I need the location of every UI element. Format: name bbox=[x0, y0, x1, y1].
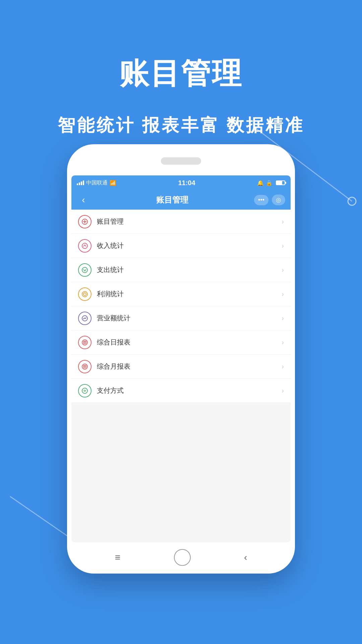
more-button[interactable]: ••• bbox=[254, 195, 268, 205]
signal-bar-2 bbox=[79, 182, 80, 185]
menu-label-monthly-report: 综合月报表 bbox=[97, 362, 282, 371]
settings-button[interactable]: ◎ bbox=[272, 195, 285, 205]
menu-label-daily-report: 综合日报表 bbox=[97, 338, 282, 347]
status-right: 🔔 🔒 bbox=[257, 180, 285, 186]
signal-bar-3 bbox=[81, 181, 82, 185]
menu-chevron-profit: › bbox=[282, 290, 284, 298]
signal-bar-1 bbox=[77, 183, 78, 185]
menu-item-profit[interactable]: 利润统计 › bbox=[71, 282, 291, 306]
header-title: 账目管理 bbox=[90, 195, 254, 205]
menu-chevron-accounts: › bbox=[282, 218, 284, 225]
menu-chevron-income: › bbox=[282, 242, 284, 250]
svg-point-7 bbox=[82, 243, 87, 249]
wifi-icon: 📶 bbox=[110, 180, 116, 186]
menu-list: 账目管理 › 收入统计 › bbox=[71, 210, 291, 403]
menu-chevron-expense: › bbox=[282, 266, 284, 274]
menu-chevron-revenue: › bbox=[282, 314, 284, 322]
menu-label-payment: 支付方式 bbox=[97, 386, 282, 395]
menu-item-payment[interactable]: 支付方式 › bbox=[71, 379, 291, 403]
page-title: 账目管理 bbox=[0, 0, 362, 94]
svg-point-20 bbox=[82, 388, 87, 393]
status-time: 11:04 bbox=[178, 179, 195, 187]
svg-point-10 bbox=[83, 293, 86, 296]
menu-icon-payment bbox=[78, 384, 92, 397]
menu-icon-daily-report bbox=[78, 336, 92, 349]
header-actions: ••• ◎ bbox=[254, 195, 285, 205]
page-subtitle: 智能统计 报表丰富 数据精准 bbox=[0, 114, 362, 137]
phone-bottom-nav: ≡ ‹ bbox=[68, 542, 294, 573]
back-nav-button[interactable]: ‹ bbox=[244, 552, 247, 563]
back-button[interactable]: ‹ bbox=[77, 195, 90, 205]
lock-icon: 🔒 bbox=[266, 180, 273, 186]
menu-label-profit: 利润统计 bbox=[97, 289, 282, 299]
alarm-icon: 🔔 bbox=[257, 180, 264, 186]
menu-icon-monthly-report bbox=[78, 360, 92, 373]
menu-chevron-monthly-report: › bbox=[282, 363, 284, 370]
svg-point-8 bbox=[82, 267, 87, 273]
battery-indicator bbox=[276, 180, 285, 185]
app-header: ‹ 账目管理 ••• ◎ bbox=[71, 190, 291, 210]
menu-item-daily-report[interactable]: 综合日报表 › bbox=[71, 330, 291, 355]
menu-label-expense: 支出统计 bbox=[97, 265, 282, 274]
svg-point-1 bbox=[348, 197, 356, 205]
menu-icon-accounts bbox=[78, 215, 92, 228]
status-left: 中国联通 📶 bbox=[77, 179, 116, 186]
menu-item-expense[interactable]: 支出统计 › bbox=[71, 258, 291, 282]
menu-icon-revenue bbox=[78, 312, 92, 325]
menu-item-revenue[interactable]: 营业额统计 › bbox=[71, 306, 291, 330]
menu-label-accounts: 账目管理 bbox=[97, 217, 282, 226]
menu-item-income[interactable]: 收入统计 › bbox=[71, 234, 291, 258]
phone-mockup: 中国联通 📶 11:04 🔔 🔒 ‹ 账目管理 ••• ◎ bbox=[67, 144, 295, 574]
phone-speaker bbox=[161, 157, 201, 165]
menu-item-accounts[interactable]: 账目管理 › bbox=[71, 210, 291, 234]
home-button[interactable] bbox=[174, 549, 191, 566]
menu-icon-income bbox=[78, 239, 92, 253]
menu-label-income: 收入统计 bbox=[97, 241, 282, 250]
status-bar: 中国联通 📶 11:04 🔔 🔒 bbox=[71, 175, 291, 190]
menu-nav-button[interactable]: ≡ bbox=[115, 552, 120, 563]
svg-point-9 bbox=[82, 291, 87, 297]
menu-chevron-payment: › bbox=[282, 387, 284, 394]
menu-icon-expense bbox=[78, 263, 92, 277]
signal-bars bbox=[77, 180, 84, 185]
phone-screen: 中国联通 📶 11:04 🔔 🔒 ‹ 账目管理 ••• ◎ bbox=[71, 175, 291, 542]
battery-fill bbox=[277, 181, 282, 184]
signal-bar-4 bbox=[83, 180, 84, 185]
menu-label-revenue: 营业额统计 bbox=[97, 314, 282, 323]
carrier-name: 中国联通 bbox=[86, 179, 108, 186]
menu-icon-profit bbox=[78, 287, 92, 301]
menu-chevron-daily-report: › bbox=[282, 338, 284, 346]
menu-item-monthly-report[interactable]: 综合月报表 › bbox=[71, 355, 291, 379]
